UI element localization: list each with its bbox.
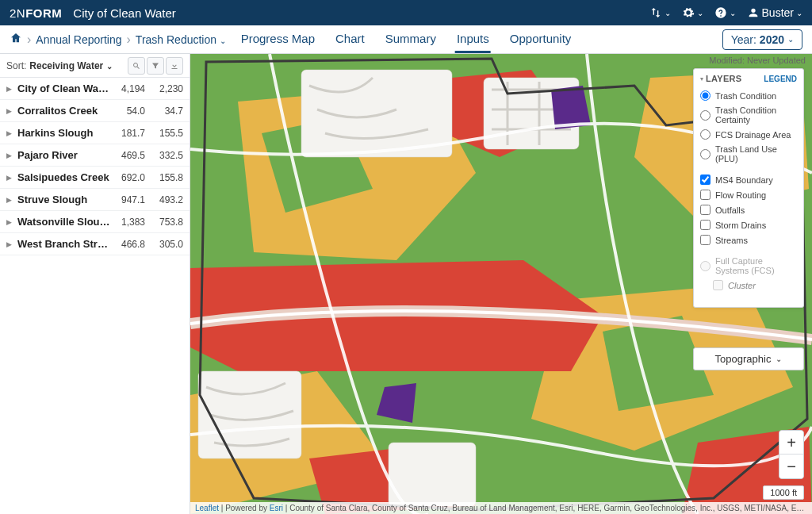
home-icon[interactable] <box>10 32 22 47</box>
breadcrumb: › Annual Reporting › Trash Reduction ⌄ <box>10 32 226 47</box>
row-val2: 2,230 <box>148 83 183 94</box>
row-val2: 753.8 <box>148 217 183 228</box>
crumb-trash-reduction[interactable]: Trash Reduction ⌄ <box>136 33 226 46</box>
crumb-annual-reporting[interactable]: Annual Reporting <box>36 33 121 46</box>
layer-check[interactable] <box>700 235 710 245</box>
expand-icon[interactable]: ▶ <box>6 152 14 159</box>
legend-link[interactable]: LEGEND <box>764 75 797 83</box>
layer-check[interactable] <box>700 190 710 200</box>
row-val1: 1,383 <box>110 217 145 228</box>
layer-radio[interactable] <box>700 129 710 140</box>
row-val1: 4,194 <box>110 83 145 94</box>
layer-check[interactable] <box>700 175 710 185</box>
list-item[interactable]: ▶West Branch Struve Slo...466.8305.0 <box>0 233 190 255</box>
tab-progress-map[interactable]: Progress Map <box>239 26 316 53</box>
chevron-right-icon: › <box>27 33 31 47</box>
scale-bar: 1000 ft <box>763 485 804 500</box>
tab-chart[interactable]: Chart <box>334 26 366 53</box>
row-val2: 493.2 <box>148 194 183 205</box>
list-item[interactable]: ▶Struve Slough947.1493.2 <box>0 189 190 211</box>
layer-outfalls[interactable]: Outfalls <box>700 202 797 217</box>
expand-icon[interactable]: ▶ <box>6 240 14 248</box>
layer-streams[interactable]: Streams <box>700 232 797 247</box>
row-name: West Branch Struve Slo... <box>17 238 110 250</box>
layers-panel: ▾ LAYERS LEGEND Trash ConditionTrash Con… <box>693 68 804 308</box>
layer-trash-condition[interactable]: Trash Condition <box>700 88 797 103</box>
layer-check[interactable] <box>700 205 710 215</box>
row-name: Harkins Slough <box>17 127 110 139</box>
collapse-icon[interactable]: ▾ <box>700 75 703 82</box>
row-val1: 469.5 <box>110 150 145 161</box>
row-val1: 947.1 <box>110 194 145 205</box>
sort-value[interactable]: Receiving Water ⌄ <box>29 60 112 71</box>
layer-fcs[interactable]: Full Capture Systems (FCS) <box>700 254 797 278</box>
list-item[interactable]: ▶Pajaro River469.5332.5 <box>0 144 190 167</box>
zoom-out-button[interactable]: − <box>779 455 803 478</box>
row-val2: 305.0 <box>148 239 183 250</box>
layer-storm-drains[interactable]: Storm Drains <box>700 217 797 232</box>
layers-title: LAYERS <box>706 74 741 83</box>
expand-icon[interactable]: ▶ <box>6 85 14 93</box>
tab-summary[interactable]: Summary <box>384 26 438 53</box>
list-item[interactable]: ▶Watsonville Slough1,383753.8 <box>0 211 190 233</box>
tab-opportunity[interactable]: Opportunity <box>508 26 573 53</box>
row-name: City of Clean Water <box>17 82 110 94</box>
row-name: Watsonville Slough <box>17 216 110 228</box>
app-title: City of Clean Water <box>73 6 176 20</box>
download-icon[interactable] <box>166 57 183 75</box>
svg-rect-8 <box>389 443 476 506</box>
row-val2: 34.7 <box>148 105 183 117</box>
layer-fcs-label: Full Capture Systems (FCS) <box>715 256 797 275</box>
svg-rect-5 <box>301 70 452 157</box>
layer-trash-land-use-plu-[interactable]: Trash Land Use (PLU) <box>700 142 797 166</box>
tab-inputs[interactable]: Inputs <box>455 26 491 53</box>
map[interactable]: Modified: Never Updated <box>190 54 812 514</box>
list-item[interactable]: ▶City of Clean Water4,1942,230 <box>0 78 190 100</box>
esri-link[interactable]: Esri <box>270 504 283 512</box>
expand-icon[interactable]: ▶ <box>6 218 14 226</box>
layer-flow-routing[interactable]: Flow Routing <box>700 187 797 202</box>
layer-fcs-drainage-area[interactable]: FCS Drainage Area <box>700 127 797 142</box>
zoom-in-button[interactable]: + <box>779 431 803 455</box>
help-icon[interactable]: ⌄ <box>714 6 736 19</box>
layer-radio[interactable] <box>700 149 710 159</box>
leaflet-link[interactable]: Leaflet <box>195 504 219 512</box>
layer-trash-condition-certainty[interactable]: Trash Condition Certainty <box>700 103 797 127</box>
row-val1: 466.8 <box>110 239 145 250</box>
row-val1: 692.0 <box>110 172 145 183</box>
list-item[interactable]: ▶Harkins Slough181.7155.5 <box>0 122 190 144</box>
filter-icon[interactable] <box>147 57 164 75</box>
receiving-water-list: ▶City of Clean Water4,1942,230▶Corralito… <box>0 78 190 514</box>
modified-label: Modified: Never Updated <box>709 56 806 65</box>
layer-ms4-boundary[interactable]: MS4 Boundary <box>700 172 797 187</box>
username: Buster <box>762 6 794 19</box>
row-name: Salsipuedes Creek <box>17 171 110 183</box>
user-menu[interactable]: Buster⌄ <box>747 6 802 19</box>
zoom-controls: + − <box>779 430 804 479</box>
year-selector[interactable]: Year: 2020 ⌄ <box>722 29 802 50</box>
search-icon[interactable] <box>128 57 145 75</box>
sort-bar: Sort: Receiving Water ⌄ <box>0 54 190 78</box>
gear-icon[interactable]: ⌄ <box>682 6 703 19</box>
row-name: Corralitos Creek <box>17 105 110 117</box>
layer-radio[interactable] <box>700 90 710 101</box>
layer-radio[interactable] <box>700 110 710 121</box>
list-item[interactable]: ▶Corralitos Creek54.034.7 <box>0 100 190 122</box>
layer-check[interactable] <box>700 220 710 230</box>
row-val2: 332.5 <box>148 150 183 161</box>
expand-icon[interactable]: ▶ <box>6 196 14 204</box>
row-name: Struve Slough <box>17 194 110 205</box>
layer-fcs-radio[interactable] <box>700 261 710 271</box>
layer-fcs-cluster[interactable]: Cluster <box>700 278 797 293</box>
expand-icon[interactable]: ▶ <box>6 129 14 137</box>
topbar: 2NFORM City of Clean Water ⌄ ⌄ ⌄ Buster⌄ <box>0 0 812 25</box>
layer-fcs-cluster-check[interactable] <box>713 280 723 290</box>
expand-icon[interactable]: ▶ <box>6 107 14 115</box>
sort-toggle-icon[interactable]: ⌄ <box>649 6 671 19</box>
basemap-selector[interactable]: Topographic ⌄ <box>693 347 804 370</box>
expand-icon[interactable]: ▶ <box>6 174 14 182</box>
row-val1: 54.0 <box>110 105 145 117</box>
logo: 2NFORM <box>10 6 62 20</box>
chevron-right-icon: › <box>127 33 131 47</box>
list-item[interactable]: ▶Salsipuedes Creek692.0155.8 <box>0 167 190 189</box>
